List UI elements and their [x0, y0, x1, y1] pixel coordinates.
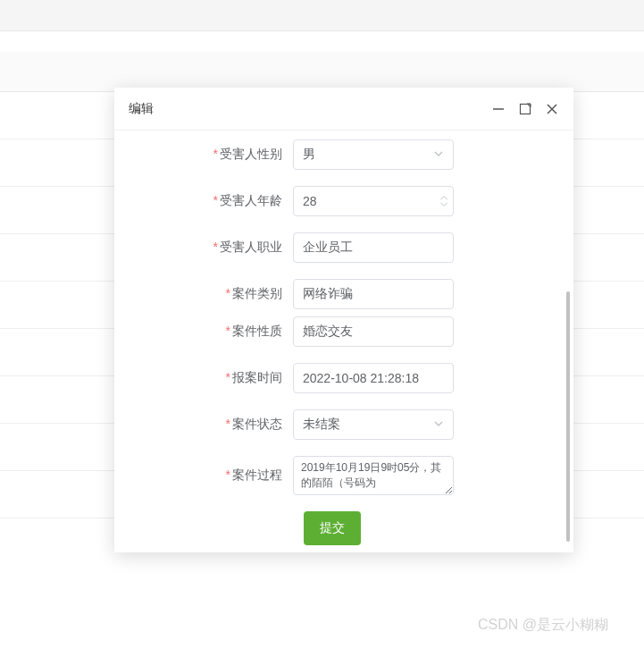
label-gender: *受害人性别 [132, 147, 293, 163]
field-case-nature: *案件性质 [132, 316, 556, 347]
label-case-status: *案件状态 [132, 417, 293, 433]
case-category-input[interactable] [303, 287, 444, 301]
modal-title: 编辑 [129, 101, 154, 117]
label-occupation: *受害人职业 [132, 240, 293, 256]
chevron-down-icon [433, 417, 444, 432]
modal-controls [491, 102, 559, 116]
occupation-input[interactable] [303, 240, 444, 255]
modal-body: *受害人性别 男 *受害人年龄 *受害人职业 [114, 131, 573, 552]
input-case-category[interactable] [293, 279, 454, 309]
select-gender[interactable]: 男 [293, 139, 454, 170]
maximize-icon[interactable] [518, 102, 532, 116]
field-occupation: *受害人职业 [132, 232, 556, 263]
minimize-icon[interactable] [491, 102, 506, 116]
number-stepper-icon[interactable] [440, 196, 447, 207]
field-age: *受害人年龄 [132, 186, 556, 216]
label-case-nature: *案件性质 [132, 324, 293, 340]
edit-modal: 编辑 *受害人性别 男 *受害人年龄 [114, 88, 573, 552]
chevron-down-icon [433, 147, 444, 162]
close-icon[interactable] [545, 102, 559, 116]
label-case-category: *案件类别 [132, 286, 293, 302]
field-report-time: *报案时间 [132, 363, 556, 393]
case-nature-input[interactable] [303, 324, 444, 339]
scrollbar-thumb[interactable] [566, 291, 570, 542]
field-case-process: *案件过程 2019年10月19日9时05分，其的陌陌（号码为 [132, 456, 556, 495]
input-case-nature[interactable] [293, 316, 454, 347]
scrollbar[interactable] [566, 220, 572, 577]
label-case-process: *案件过程 [132, 467, 293, 484]
textarea-case-process[interactable]: 2019年10月19日9时05分，其的陌陌（号码为 [293, 456, 454, 495]
modal-header: 编辑 [114, 88, 573, 131]
field-case-category: *案件类别 [132, 279, 556, 309]
age-input[interactable] [303, 194, 444, 208]
label-report-time: *报案时间 [132, 370, 293, 386]
label-age: *受害人年龄 [132, 193, 293, 209]
field-case-status: *案件状态 未结案 [132, 409, 556, 440]
field-gender: *受害人性别 男 [132, 139, 556, 170]
input-report-time[interactable] [293, 363, 454, 393]
report-time-input[interactable] [303, 371, 444, 385]
select-case-status[interactable]: 未结案 [293, 409, 454, 440]
input-occupation[interactable] [293, 232, 454, 263]
input-age[interactable] [293, 186, 454, 216]
submit-button[interactable]: 提交 [304, 511, 361, 545]
